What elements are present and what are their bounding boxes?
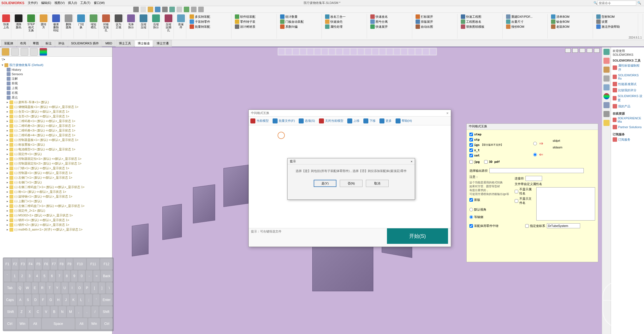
- start-button[interactable]: 开始(S): [387, 228, 448, 244]
- ribbon-small-button[interactable]: 老鼠BOM: [551, 24, 584, 29]
- view-tool-icon[interactable]: [365, 49, 371, 55]
- ribbon-small-button[interactable]: 快速展开: [370, 24, 404, 29]
- to-sldasm-radio[interactable]: [533, 153, 537, 156]
- panel-link[interactable]: 属性标签编制程序: [613, 63, 642, 73]
- tree-component[interactable]: ▸(-) 二维码卷<4> (默认) <<默认>_显示状态 1>: [1, 133, 111, 138]
- ribbon-button[interactable]: 设为正视: [114, 14, 124, 39]
- ribbon-small-button[interactable]: 快速工程图: [461, 14, 494, 19]
- options-icon[interactable]: [191, 7, 197, 12]
- close-icon[interactable]: ×: [411, 160, 412, 163]
- close-viewport-icon[interactable]: [594, 48, 600, 53]
- ribbon-button[interactable]: 压缩压缩: [139, 14, 149, 39]
- prompt-title-bar[interactable]: 提示 ×: [288, 158, 415, 165]
- command-tab[interactable]: 博士钣金: [135, 40, 153, 47]
- tree-component[interactable]: ▸(-) 门锁<1> (默认) <<默认>_显示状态 1>: [1, 166, 111, 171]
- to-sldprt-radio[interactable]: [533, 142, 537, 145]
- undo-icon[interactable]: [169, 7, 175, 12]
- tree-node[interactable]: 原点: [1, 95, 111, 100]
- print-icon[interactable]: [162, 7, 168, 12]
- format-checkbox-x_t[interactable]: x_t: [469, 148, 595, 152]
- fm-tab-display-icon[interactable]: [39, 48, 47, 56]
- coord-input[interactable]: [547, 223, 580, 228]
- panel-link[interactable]: 订阅服务: [613, 136, 642, 143]
- ribbon-small-button[interactable]: 重建DXF/PDF...: [506, 14, 539, 19]
- command-tab[interactable]: 草图: [30, 40, 42, 47]
- tree-node[interactable]: 注解: [1, 76, 111, 81]
- ribbon-small-button[interactable]: 型材BOM: [596, 14, 630, 19]
- ribbon-small-button[interactable]: 统计数量: [280, 14, 313, 19]
- view-tool-icon[interactable]: [315, 49, 321, 55]
- no-button[interactable]: 否(N): [340, 180, 363, 187]
- view-tool-icon[interactable]: [416, 49, 422, 55]
- connector-input[interactable]: [525, 176, 542, 181]
- view-tool-icon[interactable]: [351, 49, 357, 55]
- view-tool-icon[interactable]: [401, 49, 407, 55]
- panel-link[interactable]: Partner Solutions: [613, 124, 642, 130]
- command-tab[interactable]: 装配体: [1, 40, 16, 47]
- ribbon-small-button[interactable]: 排版展开: [416, 19, 449, 24]
- view-tool-icon[interactable]: [286, 49, 292, 55]
- close-icon[interactable]: ×: [446, 111, 449, 115]
- ribbon-button[interactable]: 快速上色: [1, 14, 11, 39]
- rebuild-icon[interactable]: [184, 7, 189, 12]
- asm-redirect-checkbox[interactable]: [469, 224, 473, 228]
- tree-component[interactable]: ▸(-) 锁杆<1> (默认) <<默认>_显示状态 1>: [1, 218, 111, 222]
- tree-component[interactable]: ▸(-) 控制器固定扣<2> (默认) <<默认>_显示状态 1>: [1, 161, 111, 166]
- panel-link[interactable]: 我的产品: [613, 103, 642, 109]
- menu-item[interactable]: 窗口(W): [93, 0, 106, 6]
- tree-root[interactable]: ▾医疗废物收集车 (Default): [1, 63, 111, 67]
- tree-component[interactable]: ▸(-) 废料车-车体<1> (默认): [1, 100, 111, 105]
- dialog-toolbar-item[interactable]: 当前模型: [250, 118, 269, 123]
- ribbon-small-button[interactable]: 系数纠偏: [280, 24, 313, 29]
- tree-component[interactable]: ▸(-) 上翻门<1> (默认): [1, 199, 111, 204]
- fm-tab-dim-icon[interactable]: [30, 48, 38, 56]
- ribbon-button[interactable]: 删除圆角: [64, 14, 74, 39]
- ribbon-small-button[interactable]: 快速改名: [370, 14, 404, 19]
- command-tab[interactable]: 标注: [42, 40, 55, 47]
- tree-component[interactable]: ▸(-) 固定件_2<1> (默认): [1, 208, 111, 213]
- tree-component[interactable]: ▸(-) 合页<2> (默认) <<默认>_显示状态 1>: [1, 114, 111, 119]
- restore-icon[interactable]: [572, 48, 578, 53]
- ribbon-small-button[interactable]: 工程图改名: [461, 19, 494, 24]
- ribbon-button[interactable]: 极速删除特征: [51, 14, 61, 39]
- tree-component[interactable]: ▸(-) 固定件<1> (默认): [1, 152, 111, 156]
- ribbon-button[interactable]: 实体拆分: [126, 14, 136, 39]
- dialog-toolbar-item[interactable]: 下移: [363, 118, 376, 123]
- tree-node[interactable]: History: [1, 67, 111, 72]
- menu-item[interactable]: 插入(I): [67, 0, 78, 6]
- dialog-toolbar-item[interactable]: 批量文件(F): [273, 118, 295, 123]
- custom-props-icon[interactable]: [603, 102, 610, 108]
- command-search[interactable]: 🔍 🔍: [593, 1, 641, 6]
- output-path-input[interactable]: [489, 168, 584, 173]
- forum-icon[interactable]: [603, 111, 610, 117]
- view-tool-icon[interactable]: [293, 49, 299, 55]
- ribbon-button[interactable]: 压缩拆分: [151, 14, 161, 39]
- panel-link[interactable]: SOLIDWORKS 设置: [613, 93, 642, 103]
- tree-component[interactable]: ▸(-) MS302<1> (默认) <<默认>_显示状态 1>: [1, 213, 111, 218]
- tree-component[interactable]: ▸(-) 控制器固定扣<1> (默认) <<默认>_显示状态 1>: [1, 156, 111, 161]
- tree-component[interactable]: ▸(-) 锁杆<2> (默认) <<默认>_显示状态 1>: [1, 222, 111, 227]
- ribbon-button[interactable]: 封板安装孔: [101, 14, 111, 39]
- command-tab[interactable]: MBD: [102, 40, 115, 46]
- ribbon-button[interactable]: 压缩回溯孔: [163, 14, 174, 39]
- minimize-icon[interactable]: [580, 48, 585, 53]
- tree-component[interactable]: ▸(-) 右侧二维码盒门<1> (默认) <<默认>_显示状态 1>: [1, 185, 111, 189]
- tree-component[interactable]: ▸(-) 电池模型<1> (默认) <<默认>_显示状态 1>: [1, 147, 111, 152]
- ribbon-button[interactable]: 批量件: [176, 14, 186, 39]
- panel-link[interactable]: 比较我的评分: [613, 87, 642, 93]
- ribbon-button[interactable]: 门切换: [76, 14, 86, 39]
- fm-tab-property-icon[interactable]: [11, 48, 19, 56]
- view-tool-icon[interactable]: [343, 49, 349, 55]
- fm-tab-assembly-icon[interactable]: [2, 48, 9, 56]
- ribbon-button[interactable]: 圆转方: [39, 14, 49, 39]
- tree-component[interactable]: ▸(-) 称<1> (默认) <<默认>_显示状态 1>: [1, 189, 111, 194]
- gear-icon[interactable]: [198, 7, 204, 12]
- view-tool-icon[interactable]: [423, 49, 429, 55]
- tree-component[interactable]: ▸(-) 左侧二维码盒门<1> (默认) <<默认>_显示状态 1>: [1, 204, 111, 208]
- tree-component[interactable]: ▸(-) 二维码卷<1> (默认) <<默认>_显示状态 1>: [1, 119, 111, 123]
- ribbon-small-button[interactable]: 改名三合一: [325, 14, 358, 19]
- search-go-icon[interactable]: 🔍: [637, 1, 641, 5]
- ribbon-button[interactable]: 清除颜色: [14, 14, 24, 39]
- ribbon-button[interactable]: 缩短槽孔: [89, 14, 99, 39]
- ribbon-small-button[interactable]: 图号分离: [370, 19, 404, 24]
